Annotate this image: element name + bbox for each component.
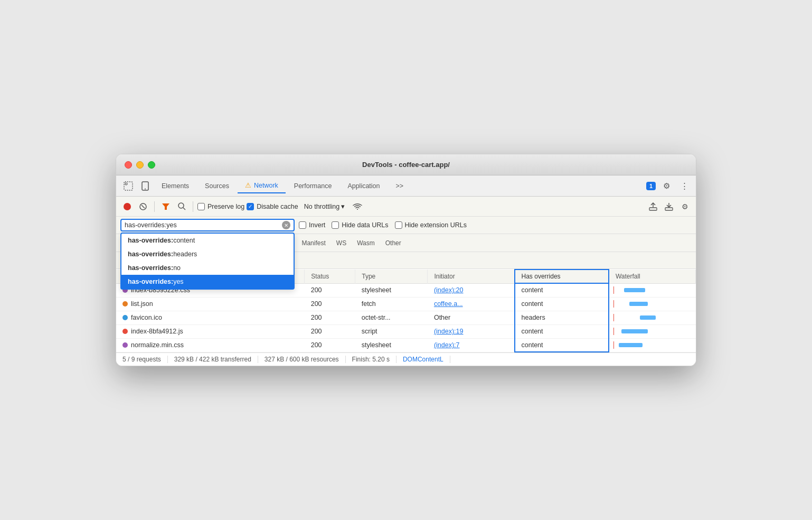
dropdown-item-no[interactable]: has-overrides:no [121, 261, 294, 275]
has-overrides-cell: content [515, 324, 609, 338]
clear-button[interactable] [136, 200, 150, 213]
svg-point-1 [125, 183, 127, 185]
filter-search-input[interactable] [125, 221, 280, 229]
file-type-dot [122, 301, 128, 307]
tab-more[interactable]: >> [389, 179, 411, 193]
col-header-status[interactable]: Status [305, 270, 355, 283]
dropdown-item-content[interactable]: has-overrides:content [121, 234, 294, 247]
table-row[interactable]: index-8bfa4912.js 200script(index):19con… [116, 324, 696, 338]
window-title: DevTools - coffee-cart.app/ [362, 161, 450, 169]
initiator-link[interactable]: (index):7 [434, 341, 460, 349]
invert-label[interactable]: Invert [299, 221, 325, 229]
throttle-select[interactable]: No throttling ▾ [300, 201, 348, 212]
type-filter-ws[interactable]: WS [332, 238, 351, 248]
col-header-initiator[interactable]: Initiator [428, 270, 515, 283]
search-container: ✕ has-overrides:content has-overrides:he… [120, 219, 295, 231]
type-cell: stylesheet [355, 283, 428, 297]
statusbar: 5 / 9 requests 329 kB / 422 kB transferr… [116, 352, 696, 366]
svg-point-4 [124, 203, 131, 210]
clear-filter-button[interactable]: ✕ [282, 221, 290, 229]
tab-network[interactable]: ⚠ Network [238, 178, 286, 193]
network-toolbar: Preserve log ✓ Disable cache No throttli… [116, 197, 696, 217]
initiator-link[interactable]: (index):20 [434, 286, 464, 294]
svg-line-6 [141, 205, 145, 208]
dropdown-item-yes[interactable]: has-overrides:yes [121, 275, 294, 289]
record-button[interactable] [120, 200, 134, 213]
initiator-cell: Other [428, 311, 515, 324]
status-resources: 327 kB / 600 kB resources [258, 356, 346, 363]
type-cell: fetch [355, 297, 428, 311]
hide-data-urls-checkbox[interactable] [332, 221, 339, 229]
wifi-icon[interactable] [351, 200, 364, 213]
initiator-link[interactable]: coffee.a... [434, 300, 463, 308]
upload-icon[interactable] [646, 200, 660, 213]
has-overrides-cell: content [515, 338, 609, 352]
preserve-log-checkbox[interactable] [197, 203, 205, 210]
settings-icon[interactable]: ⚙ [659, 179, 674, 193]
status-cell: 200 [305, 283, 355, 297]
issues-badge[interactable]: 1 [646, 182, 656, 190]
has-overrides-cell: content [515, 297, 609, 311]
close-button[interactable] [125, 161, 132, 169]
filter-row: ✕ has-overrides:content has-overrides:he… [120, 219, 692, 231]
type-cell: octet-str... [355, 311, 428, 324]
disable-cache-label[interactable]: ✓ Disable cache [247, 203, 298, 210]
waterfall-cell [609, 324, 696, 338]
search-icon[interactable] [175, 200, 188, 213]
disable-cache-checkbox[interactable]: ✓ [247, 203, 254, 210]
more-options-icon[interactable]: ⋮ [677, 179, 692, 193]
preserve-log-label[interactable]: Preserve log [197, 203, 244, 210]
status-cell: 200 [305, 324, 355, 338]
file-name: list.json [122, 300, 153, 308]
filterbar: ✕ has-overrides:content has-overrides:he… [116, 217, 696, 234]
chevron-down-icon: ▾ [341, 202, 345, 210]
col-header-type[interactable]: Type [355, 270, 428, 283]
devtools-window: DevTools - coffee-cart.app/ Elements Sou… [116, 154, 696, 366]
inspect-icon[interactable] [120, 178, 136, 194]
toolbar-separator-2 [193, 201, 193, 212]
invert-checkbox[interactable] [299, 221, 306, 229]
col-header-waterfall[interactable]: Waterfall [609, 270, 696, 283]
titlebar: DevTools - coffee-cart.app/ [116, 154, 696, 175]
hide-data-urls-label[interactable]: Hide data URLs [332, 221, 388, 229]
waterfall-cell [609, 311, 696, 324]
status-finish: Finish: 5.20 s [346, 356, 396, 363]
table-row[interactable]: normalize.min.css 200stylesheet(index):7… [116, 338, 696, 352]
hide-ext-urls-checkbox[interactable] [395, 221, 402, 229]
file-type-dot [122, 329, 128, 334]
status-dom-content[interactable]: DOMContentL [396, 356, 450, 363]
toolbar-separator [154, 201, 155, 212]
maximize-button[interactable] [148, 161, 155, 169]
table-row[interactable]: favicon.ico 200octet-str...Otherheaders [116, 311, 696, 324]
tab-application[interactable]: Application [340, 179, 387, 193]
type-filter-other[interactable]: Other [381, 238, 405, 248]
filter-options: Invert Hide data URLs Hide extension URL… [299, 221, 467, 229]
col-header-has-overrides[interactable]: Has overrides [515, 270, 609, 283]
file-type-dot [122, 342, 128, 348]
tab-right-icons: 1 ⚙ ⋮ [646, 179, 692, 193]
tab-sources[interactable]: Sources [197, 179, 237, 193]
svg-marker-7 [162, 203, 169, 210]
initiator-link[interactable]: (index):19 [434, 328, 464, 335]
waterfall-cell [609, 297, 696, 311]
minimize-button[interactable] [136, 161, 144, 169]
svg-point-8 [178, 203, 184, 208]
file-name: favicon.ico [122, 314, 162, 321]
tabbar: Elements Sources ⚠ Network Performance A… [116, 175, 696, 197]
device-icon[interactable] [137, 178, 153, 194]
status-transferred: 329 kB / 422 kB transferred [168, 356, 258, 363]
table-row[interactable]: list.json 200fetchcoffee.a...content [116, 297, 696, 311]
traffic-lights [125, 161, 155, 169]
search-input-wrapper[interactable]: ✕ [120, 219, 295, 231]
type-filter-wasm[interactable]: Wasm [353, 238, 379, 248]
hide-ext-urls-label[interactable]: Hide extension URLs [395, 221, 467, 229]
dropdown-item-headers[interactable]: has-overrides:headers [121, 247, 294, 261]
network-settings-icon[interactable]: ⚙ [678, 200, 692, 213]
svg-rect-12 [665, 208, 673, 210]
download-icon[interactable] [662, 200, 676, 213]
status-cell: 200 [305, 297, 355, 311]
tab-elements[interactable]: Elements [154, 179, 196, 193]
type-filter-manifest[interactable]: Manifest [297, 238, 329, 248]
tab-performance[interactable]: Performance [287, 179, 339, 193]
filter-icon[interactable] [159, 200, 173, 213]
